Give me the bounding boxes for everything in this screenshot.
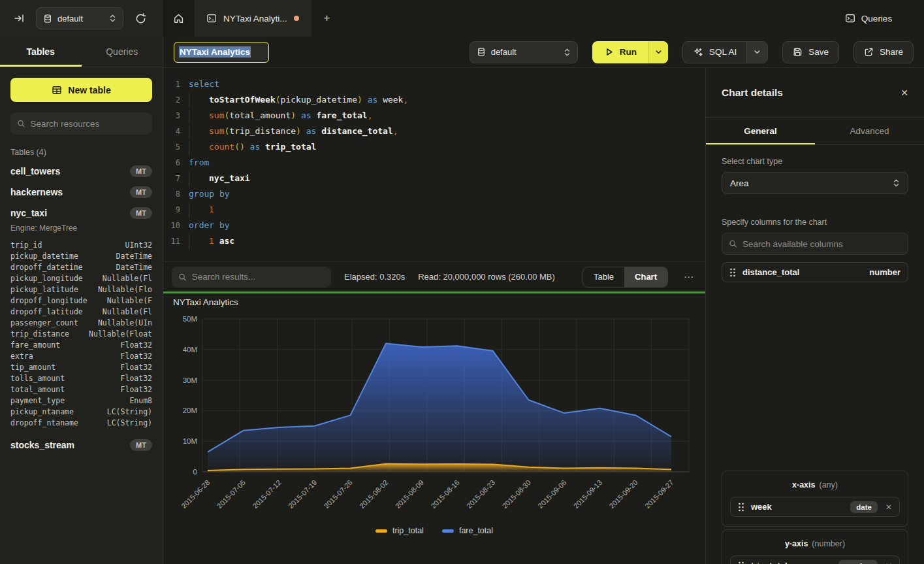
legend-item-trip_total[interactable]: trip_total [375,526,424,535]
table-item[interactable]: nyc_taxiMT [0,203,163,224]
x-tick-label: 2015-09-13 [572,478,603,510]
column-name: extra [10,352,33,361]
save-button[interactable]: Save [782,41,839,63]
panel-tab-advanced[interactable]: Advanced [815,118,924,144]
database-selector[interactable]: default [36,7,123,29]
tables-section-label: Tables (4) [10,148,152,157]
close-icon[interactable]: ✕ [900,88,908,98]
topbar-right: Queries [813,0,924,37]
available-columns: distance_totalnumber [722,262,908,282]
remove-column-icon[interactable]: ✕ [885,561,892,564]
query-database-selector[interactable]: default [470,41,578,63]
column-type: DateTime [116,252,152,261]
unsaved-dot [294,16,299,21]
sql-ai-button-group: SQL AI [682,41,768,63]
collapse-sidebar-icon[interactable] [10,10,27,27]
results-search[interactable] [172,267,331,288]
y-tick-label: 0 [193,468,197,476]
x-tick-label: 2015-07-26 [323,478,354,510]
y-tick-label: 20M [183,406,197,414]
column-type: Float32 [121,363,152,372]
column-item: pickup_datetimeDateTime [0,250,163,261]
sql-ai-options-button[interactable] [746,42,767,63]
database-icon [477,47,486,57]
table-icon [52,85,62,95]
column-name: trip_distance [10,329,69,339]
line-number: 4 [163,124,180,139]
column-type: Float32 [121,340,152,350]
save-icon [793,47,803,57]
topbar-left: default [0,0,163,37]
tables-list: cell_towersMThackernewsMTnyc_taxiMTEngin… [0,161,163,456]
run-options-button[interactable] [648,41,668,63]
column-item: dropoff_datetimeDateTime [0,261,163,273]
sql-ai-button[interactable]: SQL AI [683,42,746,63]
column-type: LC(String) [107,418,152,427]
home-tab[interactable] [163,0,195,37]
legend-item-fare_total[interactable]: fare_total [442,526,493,535]
code-line: 7nyc_taxi [163,171,705,186]
chart-area[interactable]: NYTaxi Analytics 010M20M30M40M50M2015-06… [163,293,705,562]
column-name: pickup_longitude [10,274,83,283]
y-tick-label: 50M [183,315,197,323]
chevron-down-icon [655,48,662,56]
query-tab[interactable]: NYTaxi Analyti... [195,0,311,37]
query-header: NYTaxi Analytics default Run SQL AI [163,37,924,68]
share-button[interactable]: Share [853,41,914,63]
new-table-button[interactable]: New table [10,78,152,102]
view-toggle-chart[interactable]: Chart [624,267,667,287]
panel-tab-general[interactable]: General [706,118,815,144]
sql-editor[interactable]: 1select2toStartOfWeek(pickup_datetime) a… [163,68,705,261]
query-title-input[interactable]: NYTaxi Analytics [174,42,269,63]
column-type: Nullable(UIn [98,318,152,327]
x-axis-column-chip[interactable]: weekdate✕ [730,497,900,517]
queries-button[interactable]: Queries [845,13,892,24]
y-axis-column-chip[interactable]: trip_totalnumber✕ [730,556,900,564]
code-line: 6from [163,155,705,171]
table-item[interactable]: cell_towersMT [0,161,163,182]
search-icon [17,119,25,128]
available-column-chip[interactable]: distance_totalnumber [722,262,908,282]
chart-details-panel: Chart details ✕ GeneralAdvanced Select c… [705,68,924,564]
sql-ai-label: SQL AI [709,47,737,57]
column-name: dropoff_datetime [10,263,83,272]
view-toggle-table[interactable]: Table [583,267,624,287]
sidebar-tab-queries[interactable]: Queries [82,37,163,67]
share-button-label: Share [880,47,903,57]
x-tick-label: 2015-08-16 [429,478,460,510]
area-chart[interactable]: 010M20M30M40M50M2015-06-282015-07-052015… [163,293,705,562]
panel-header: Chart details ✕ [706,68,924,118]
table-engine: Engine: MergeTree [0,224,163,238]
sidebar-tab-tables[interactable]: Tables [0,37,82,67]
sparkles-icon [693,47,703,58]
columns-search[interactable] [722,233,908,255]
sidebar-search[interactable] [10,112,152,135]
remove-column-icon[interactable]: ✕ [885,503,892,512]
indent-guide [189,141,209,155]
indent-guide [189,125,209,139]
sidebar-search-input[interactable] [31,119,146,129]
column-name: pickup_latitude [10,285,78,294]
column-type: DateTime [116,263,152,272]
chevron-updown-icon [564,48,571,57]
new-tab-button[interactable]: + [311,0,343,37]
elapsed-stat: Elapsed: 0.320s [344,272,405,282]
refresh-icon[interactable] [132,10,149,27]
table-name: stocks_stream [10,440,74,450]
table-item[interactable]: hackernewsMT [0,182,163,203]
table-item[interactable]: stocks_streamMT [0,435,163,456]
columns-search-input[interactable] [742,239,901,249]
column-name: tip_amount [10,363,56,372]
column-item: tolls_amountFloat32 [0,373,163,384]
legend-label: trip_total [392,526,424,535]
run-button[interactable]: Run [592,41,648,63]
column-type: Nullable(Float [89,329,152,339]
column-name: total_amount [10,385,65,394]
results-search-input[interactable] [192,272,325,282]
engine-badge: MT [130,186,152,198]
line-number: 10 [163,218,180,233]
x-axis-title: x-axis(any) [730,480,900,489]
chart-type-value: Area [730,178,749,188]
chart-type-select[interactable]: Area [722,172,908,194]
more-options-button[interactable]: ⋯ [681,271,697,283]
